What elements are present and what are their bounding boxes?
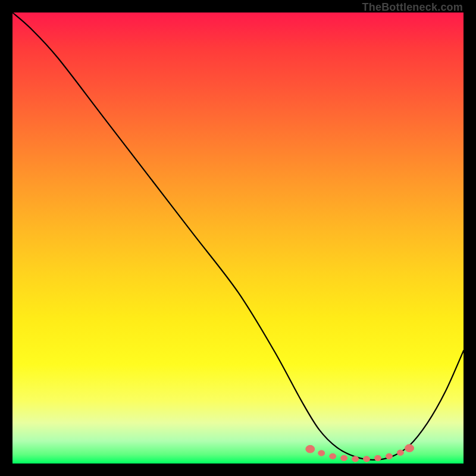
optimal-marker bbox=[397, 450, 403, 455]
optimal-marker bbox=[386, 453, 392, 459]
optimal-marker bbox=[318, 450, 325, 456]
optimal-marker bbox=[405, 444, 414, 452]
optimal-marker bbox=[364, 456, 370, 462]
optimal-marker bbox=[374, 455, 381, 461]
optimal-marker bbox=[341, 455, 347, 461]
optimal-marker bbox=[330, 453, 336, 459]
chart-container: TheBottleneck.com bbox=[0, 0, 476, 476]
optimal-range-markers bbox=[306, 444, 414, 462]
optimal-marker bbox=[352, 456, 359, 462]
chart-overlay bbox=[12, 12, 464, 464]
bottleneck-curve bbox=[12, 12, 464, 460]
watermark-text: TheBottleneck.com bbox=[362, 1, 463, 14]
optimal-marker bbox=[306, 445, 315, 453]
